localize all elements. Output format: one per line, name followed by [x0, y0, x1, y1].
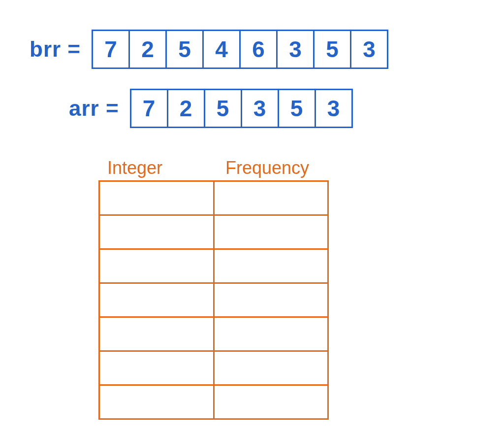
arr-row: arr = 7 2 5 3 5 3 — [69, 89, 353, 128]
frequency-row — [100, 350, 327, 384]
brr-cell: 4 — [202, 30, 241, 69]
brr-row: brr = 7 2 5 4 6 3 5 3 — [30, 30, 388, 69]
brr-label: brr = — [30, 37, 81, 62]
frequency-int-cell — [100, 318, 215, 350]
frequency-int-cell — [100, 216, 215, 248]
frequency-headers: Integer Frequency — [98, 158, 339, 178]
frequency-row — [100, 316, 327, 350]
brr-cells: 7 2 5 4 6 3 5 3 — [92, 30, 388, 69]
frequency-header-integer: Integer — [107, 158, 220, 178]
frequency-freq-cell — [215, 284, 328, 316]
brr-cell: 2 — [128, 30, 167, 69]
frequency-freq-cell — [215, 352, 328, 384]
frequency-freq-cell — [215, 216, 328, 248]
arr-cells: 7 2 5 3 5 3 — [130, 89, 353, 128]
brr-cell: 7 — [92, 30, 130, 69]
brr-cell: 3 — [276, 30, 315, 69]
frequency-freq-cell — [215, 318, 328, 350]
arr-cell: 5 — [204, 89, 242, 128]
brr-cell: 3 — [350, 30, 388, 69]
brr-cell: 5 — [165, 30, 204, 69]
frequency-freq-cell — [215, 386, 328, 418]
frequency-int-cell — [100, 284, 215, 316]
frequency-row — [100, 384, 327, 418]
frequency-row — [100, 214, 327, 248]
frequency-int-cell — [100, 250, 215, 282]
diagram-stage: brr = 7 2 5 4 6 3 5 3 arr = 7 2 5 3 5 3 … — [0, 0, 504, 437]
frequency-row — [100, 248, 327, 282]
frequency-table: Integer Frequency — [98, 158, 339, 420]
arr-cell: 3 — [315, 89, 353, 128]
frequency-int-cell — [100, 352, 215, 384]
arr-cell: 3 — [241, 89, 279, 128]
arr-cell: 7 — [130, 89, 168, 128]
arr-label: arr = — [69, 96, 119, 121]
frequency-row — [100, 282, 327, 316]
frequency-header-frequency: Frequency — [220, 158, 339, 178]
frequency-row — [100, 182, 327, 214]
frequency-int-cell — [100, 386, 215, 418]
brr-cell: 6 — [239, 30, 278, 69]
frequency-grid — [98, 180, 329, 420]
frequency-freq-cell — [215, 250, 328, 282]
frequency-int-cell — [100, 182, 215, 214]
frequency-freq-cell — [215, 182, 328, 214]
arr-cell: 2 — [167, 89, 205, 128]
brr-cell: 5 — [313, 30, 351, 69]
arr-cell: 5 — [278, 89, 316, 128]
